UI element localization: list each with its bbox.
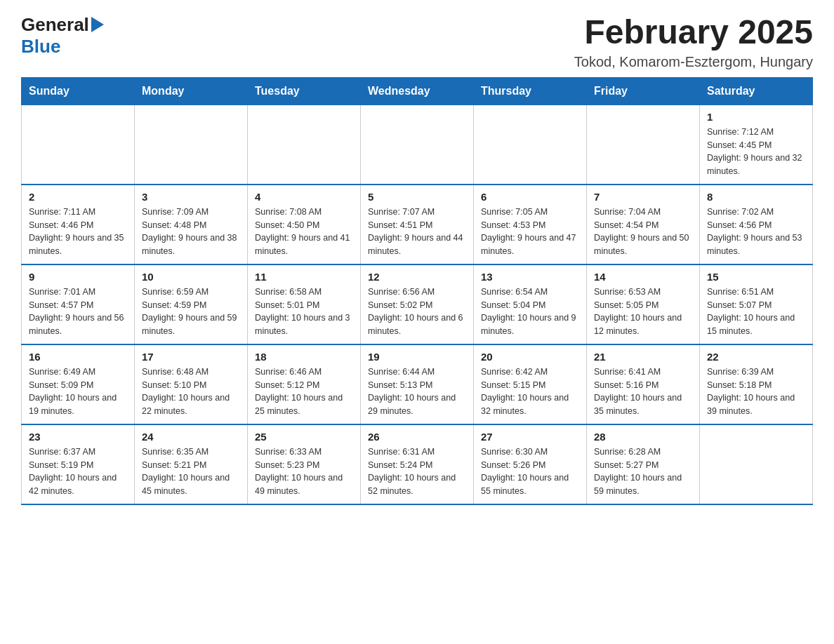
weekday-header-row: SundayMondayTuesdayWednesdayThursdayFrid…	[22, 77, 813, 105]
calendar-day-19: 19Sunrise: 6:44 AMSunset: 5:13 PMDayligh…	[361, 344, 474, 424]
calendar-day-11: 11Sunrise: 6:58 AMSunset: 5:01 PMDayligh…	[248, 264, 361, 344]
day-info: Sunrise: 6:39 AMSunset: 5:18 PMDaylight:…	[707, 367, 795, 416]
calendar-day-22: 22Sunrise: 6:39 AMSunset: 5:18 PMDayligh…	[700, 344, 813, 424]
day-number: 13	[481, 271, 579, 283]
day-info: Sunrise: 6:42 AMSunset: 5:15 PMDaylight:…	[481, 367, 569, 416]
day-number: 23	[29, 431, 127, 443]
calendar-day-17: 17Sunrise: 6:48 AMSunset: 5:10 PMDayligh…	[135, 344, 248, 424]
day-number: 5	[368, 191, 466, 203]
day-info: Sunrise: 7:02 AMSunset: 4:56 PMDaylight:…	[707, 207, 802, 256]
day-info: Sunrise: 6:46 AMSunset: 5:12 PMDaylight:…	[255, 367, 343, 416]
day-info: Sunrise: 6:56 AMSunset: 5:02 PMDaylight:…	[368, 287, 463, 336]
day-number: 21	[594, 351, 692, 363]
calendar-day-28: 28Sunrise: 6:28 AMSunset: 5:27 PMDayligh…	[587, 424, 700, 504]
calendar-day-14: 14Sunrise: 6:53 AMSunset: 5:05 PMDayligh…	[587, 264, 700, 344]
page-header: General Blue February 2025 Tokod, Komaro…	[21, 14, 813, 70]
calendar-day-6: 6Sunrise: 7:05 AMSunset: 4:53 PMDaylight…	[474, 185, 587, 264]
day-number: 15	[707, 271, 805, 283]
calendar-week-row: 9Sunrise: 7:01 AMSunset: 4:57 PMDaylight…	[22, 264, 813, 344]
day-info: Sunrise: 6:30 AMSunset: 5:26 PMDaylight:…	[481, 447, 569, 496]
day-number: 8	[707, 191, 805, 203]
calendar-day-3: 3Sunrise: 7:09 AMSunset: 4:48 PMDaylight…	[135, 185, 248, 264]
calendar-day-2: 2Sunrise: 7:11 AMSunset: 4:46 PMDaylight…	[22, 185, 135, 264]
location-text: Tokod, Komarom-Esztergom, Hungary	[574, 54, 813, 70]
calendar-day-23: 23Sunrise: 6:37 AMSunset: 5:19 PMDayligh…	[22, 424, 135, 504]
calendar-day-24: 24Sunrise: 6:35 AMSunset: 5:21 PMDayligh…	[135, 424, 248, 504]
day-info: Sunrise: 7:12 AMSunset: 4:45 PMDaylight:…	[707, 127, 802, 176]
day-number: 1	[707, 111, 805, 123]
day-info: Sunrise: 6:37 AMSunset: 5:19 PMDaylight:…	[29, 447, 117, 496]
day-info: Sunrise: 6:54 AMSunset: 5:04 PMDaylight:…	[481, 287, 576, 336]
day-info: Sunrise: 7:09 AMSunset: 4:48 PMDaylight:…	[142, 207, 237, 256]
month-title: February 2025	[574, 14, 813, 51]
day-info: Sunrise: 6:48 AMSunset: 5:10 PMDaylight:…	[142, 367, 230, 416]
logo-general-text: General	[21, 14, 89, 36]
day-info: Sunrise: 6:31 AMSunset: 5:24 PMDaylight:…	[368, 447, 456, 496]
day-info: Sunrise: 6:49 AMSunset: 5:09 PMDaylight:…	[29, 367, 117, 416]
day-info: Sunrise: 6:51 AMSunset: 5:07 PMDaylight:…	[707, 287, 795, 336]
calendar-day-12: 12Sunrise: 6:56 AMSunset: 5:02 PMDayligh…	[361, 264, 474, 344]
calendar-empty-cell	[248, 105, 361, 185]
day-number: 7	[594, 191, 692, 203]
logo-triangle-icon	[91, 17, 104, 32]
day-number: 26	[368, 431, 466, 443]
calendar-day-26: 26Sunrise: 6:31 AMSunset: 5:24 PMDayligh…	[361, 424, 474, 504]
day-info: Sunrise: 6:58 AMSunset: 5:01 PMDaylight:…	[255, 287, 350, 336]
weekday-header-thursday: Thursday	[474, 77, 587, 105]
calendar-day-27: 27Sunrise: 6:30 AMSunset: 5:26 PMDayligh…	[474, 424, 587, 504]
day-number: 11	[255, 271, 353, 283]
calendar-day-1: 1Sunrise: 7:12 AMSunset: 4:45 PMDaylight…	[700, 105, 813, 185]
day-number: 18	[255, 351, 353, 363]
day-info: Sunrise: 6:41 AMSunset: 5:16 PMDaylight:…	[594, 367, 682, 416]
calendar-day-8: 8Sunrise: 7:02 AMSunset: 4:56 PMDaylight…	[700, 185, 813, 264]
day-number: 12	[368, 271, 466, 283]
day-info: Sunrise: 7:04 AMSunset: 4:54 PMDaylight:…	[594, 207, 689, 256]
calendar-week-row: 16Sunrise: 6:49 AMSunset: 5:09 PMDayligh…	[22, 344, 813, 424]
calendar-day-10: 10Sunrise: 6:59 AMSunset: 4:59 PMDayligh…	[135, 264, 248, 344]
day-info: Sunrise: 6:53 AMSunset: 5:05 PMDaylight:…	[594, 287, 682, 336]
day-number: 24	[142, 431, 240, 443]
calendar-day-15: 15Sunrise: 6:51 AMSunset: 5:07 PMDayligh…	[700, 264, 813, 344]
day-number: 25	[255, 431, 353, 443]
calendar-day-20: 20Sunrise: 6:42 AMSunset: 5:15 PMDayligh…	[474, 344, 587, 424]
calendar-empty-cell	[135, 105, 248, 185]
day-number: 2	[29, 191, 127, 203]
day-info: Sunrise: 6:59 AMSunset: 4:59 PMDaylight:…	[142, 287, 237, 336]
day-number: 22	[707, 351, 805, 363]
calendar-empty-cell	[474, 105, 587, 185]
calendar-header: SundayMondayTuesdayWednesdayThursdayFrid…	[22, 77, 813, 105]
day-number: 19	[368, 351, 466, 363]
day-number: 14	[594, 271, 692, 283]
day-info: Sunrise: 7:07 AMSunset: 4:51 PMDaylight:…	[368, 207, 463, 256]
day-number: 10	[142, 271, 240, 283]
day-info: Sunrise: 7:08 AMSunset: 4:50 PMDaylight:…	[255, 207, 350, 256]
calendar-table: SundayMondayTuesdayWednesdayThursdayFrid…	[21, 77, 813, 505]
day-number: 27	[481, 431, 579, 443]
calendar-day-25: 25Sunrise: 6:33 AMSunset: 5:23 PMDayligh…	[248, 424, 361, 504]
weekday-header-saturday: Saturday	[700, 77, 813, 105]
day-info: Sunrise: 7:05 AMSunset: 4:53 PMDaylight:…	[481, 207, 576, 256]
calendar-empty-cell	[361, 105, 474, 185]
calendar-day-16: 16Sunrise: 6:49 AMSunset: 5:09 PMDayligh…	[22, 344, 135, 424]
calendar-day-13: 13Sunrise: 6:54 AMSunset: 5:04 PMDayligh…	[474, 264, 587, 344]
weekday-header-friday: Friday	[587, 77, 700, 105]
title-section: February 2025 Tokod, Komarom-Esztergom, …	[574, 14, 813, 70]
weekday-header-sunday: Sunday	[22, 77, 135, 105]
calendar-week-row: 2Sunrise: 7:11 AMSunset: 4:46 PMDaylight…	[22, 185, 813, 264]
weekday-header-wednesday: Wednesday	[361, 77, 474, 105]
day-number: 20	[481, 351, 579, 363]
calendar-empty-cell	[700, 424, 813, 504]
calendar-day-18: 18Sunrise: 6:46 AMSunset: 5:12 PMDayligh…	[248, 344, 361, 424]
day-number: 17	[142, 351, 240, 363]
calendar-day-21: 21Sunrise: 6:41 AMSunset: 5:16 PMDayligh…	[587, 344, 700, 424]
calendar-week-row: 1Sunrise: 7:12 AMSunset: 4:45 PMDaylight…	[22, 105, 813, 185]
day-number: 6	[481, 191, 579, 203]
calendar-day-4: 4Sunrise: 7:08 AMSunset: 4:50 PMDaylight…	[248, 185, 361, 264]
calendar-empty-cell	[22, 105, 135, 185]
calendar-body: 1Sunrise: 7:12 AMSunset: 4:45 PMDaylight…	[22, 105, 813, 504]
logo-blue-text: Blue	[21, 36, 60, 58]
day-info: Sunrise: 7:01 AMSunset: 4:57 PMDaylight:…	[29, 287, 124, 336]
calendar-day-9: 9Sunrise: 7:01 AMSunset: 4:57 PMDaylight…	[22, 264, 135, 344]
day-info: Sunrise: 6:33 AMSunset: 5:23 PMDaylight:…	[255, 447, 343, 496]
calendar-day-5: 5Sunrise: 7:07 AMSunset: 4:51 PMDaylight…	[361, 185, 474, 264]
